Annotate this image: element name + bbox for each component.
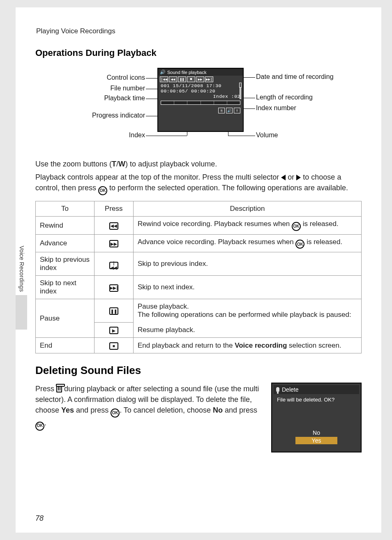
table-row: Pause ❚❚ Pause playback. The following o… [36, 299, 362, 323]
playback-screen: 🔊 Sound file playback |◀◀ ◀◀ ❚❚ ■ ▶▶ ▶▶|… [157, 68, 244, 132]
heading-deleting: Deleting Sound Files [35, 364, 362, 377]
page-number: 78 [35, 514, 44, 523]
play-icon: ▶ [109, 327, 118, 334]
option-yes[interactable]: Yes [295, 437, 338, 444]
callout-datetime: Date and time of recording [256, 73, 334, 81]
skip-prev-icon: |◀◀ [160, 76, 168, 82]
copy-icon: ⎘ [218, 108, 225, 113]
rewind-icon: ◀◀ [169, 76, 177, 82]
callout-index: Index [38, 132, 145, 139]
callout-volume: Volume [256, 132, 278, 139]
scrollbar [240, 83, 241, 99]
skip-next-icon: ▶▶| [109, 284, 118, 292]
breadcrumb: Playing Voice Recordings [36, 27, 362, 35]
volume-icon: 🔊 [226, 108, 233, 113]
mic-icon [276, 387, 279, 392]
operations-table: To Press Description Rewind ◀◀ Rewind vo… [35, 201, 362, 353]
pause-icon: ❚❚ [178, 76, 186, 82]
screen-title: Sound file playback [167, 70, 206, 75]
left-arrow-icon [281, 175, 286, 180]
side-tab-active [16, 295, 27, 330]
para-volume: Use the zoom buttons (T/W) to adjust pla… [35, 159, 362, 169]
zoom-t-icon: T [234, 108, 240, 113]
skip-prev-icon: |◀◀ [109, 262, 118, 269]
side-tab: Voice Recordings [16, 246, 27, 295]
index-line: Index :02 [158, 94, 243, 99]
table-row: Advance ▶▶ Advance voice recording. Play… [36, 234, 362, 252]
skip-next-icon: ▶▶| [205, 76, 213, 82]
ok-button-icon: OK [295, 240, 304, 249]
table-row: Rewind ◀◀ Rewind voice recording. Playba… [36, 217, 362, 235]
para-delete: Press during playback or after selecting… [35, 383, 261, 431]
advance-icon: ▶▶ [196, 76, 204, 82]
para-controls: Playback controls appear at the top of t… [35, 172, 362, 195]
delete-confirm-screen: Delete File will be deleted. OK? No Yes [271, 383, 362, 452]
table-row: Skip to previous index |◀◀ Skip to previ… [36, 252, 362, 276]
callout-playback-time: Playback time [38, 95, 145, 102]
sound-icon: 🔊 [160, 69, 166, 75]
delete-message: File will be deleted. OK? [274, 394, 359, 405]
pause-icon: ❚❚ [109, 307, 118, 315]
callout-length: Length of recording [256, 94, 313, 101]
callout-control-icons: Control icons [38, 74, 145, 81]
rewind-icon: ◀◀ [109, 222, 118, 230]
ok-button-icon: OK [292, 222, 301, 231]
control-icons-row: |◀◀ ◀◀ ❚❚ ■ ▶▶ ▶▶| [158, 76, 243, 83]
right-arrow-icon [296, 175, 301, 180]
trash-icon [56, 386, 62, 392]
time-line: 00:00:05/ 00:00:20 [158, 88, 243, 94]
ok-button-icon: OK [98, 186, 107, 195]
advance-icon: ▶▶ [109, 240, 118, 247]
table-row: End ■ End playback and return to the Voi… [36, 338, 362, 353]
callout-progress: Progress indicator [38, 112, 145, 119]
callout-index-number: Index number [256, 104, 296, 112]
th-press: Press [94, 201, 133, 217]
ok-button-icon: OK [111, 408, 120, 418]
heading-operations: Operations During Playback [35, 48, 362, 58]
option-no[interactable]: No [272, 429, 361, 436]
file-line: 001 15/11/2008 17:30 [158, 83, 243, 88]
th-to: To [36, 201, 95, 217]
th-desc: Description [133, 201, 361, 217]
side-tab-label: Voice Recordings [18, 246, 25, 292]
callout-file-number: File number [38, 85, 145, 92]
progress-bar [161, 101, 240, 105]
stop-icon: ■ [187, 76, 195, 82]
stop-icon: ■ [109, 342, 118, 350]
ok-button-icon: OK [35, 422, 44, 431]
table-row: Skip to next index ▶▶| Skip to next inde… [36, 276, 362, 299]
playback-figure: Control icons File number Playback time … [38, 66, 359, 152]
delete-title: Delete [282, 386, 298, 393]
